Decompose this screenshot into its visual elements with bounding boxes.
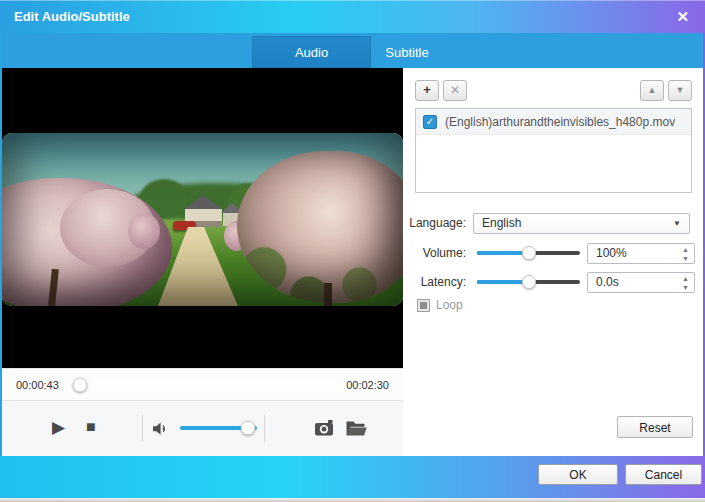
volume-label: Volume: — [403, 243, 466, 263]
current-time: 00:00:43 — [16, 379, 68, 391]
seek-slider-thumb[interactable] — [72, 377, 87, 392]
latency-value: 0.0s — [596, 275, 619, 289]
stop-icon[interactable]: ■ — [86, 416, 96, 438]
move-up-button[interactable]: ▲ — [640, 80, 664, 101]
edit-audio-subtitle-dialog: Edit Audio/Subtitle ✕ Audio Subtitle — [0, 0, 705, 502]
track-checkbox-checked[interactable]: ✓ — [423, 115, 437, 129]
loop-label: Loop — [436, 297, 463, 313]
snapshot-icon[interactable] — [314, 419, 335, 437]
loop-checkbox-mark — [420, 302, 427, 309]
video-display — [2, 68, 403, 368]
playback-controls: ▶ ■ — [2, 400, 403, 456]
close-icon[interactable]: ✕ — [674, 8, 691, 26]
video-player-pane: 00:00:43 00:02:30 ▶ ■ — [2, 68, 403, 456]
spin-down-icon[interactable]: ▼ — [682, 254, 689, 263]
latency-spinbox[interactable]: 0.0s ▲ ▼ — [587, 272, 695, 293]
video-frame-orchard-scene — [2, 133, 403, 306]
chevron-down-icon: ▼ — [673, 214, 681, 234]
reset-button[interactable]: Reset — [617, 416, 693, 438]
language-dropdown[interactable]: English ▼ — [473, 213, 690, 234]
track-filename: (English)arthurandtheinvisibles_h480p.mo… — [445, 115, 675, 129]
loop-checkbox-disabled[interactable] — [417, 299, 430, 312]
window-bottom-edge — [0, 498, 705, 502]
footer-bar: OK Cancel — [0, 456, 705, 498]
volume-spinbox[interactable]: 100% ▲ ▼ — [587, 243, 695, 264]
spin-up-icon[interactable]: ▲ — [682, 274, 689, 283]
total-time: 00:02:30 — [92, 379, 389, 391]
player-volume-slider[interactable] — [180, 426, 257, 430]
latency-label: Latency: — [403, 272, 466, 292]
latency-slider-thumb[interactable] — [522, 275, 536, 289]
latency-slider[interactable] — [477, 280, 580, 284]
player-volume-thumb[interactable] — [240, 421, 255, 436]
divider — [142, 415, 143, 442]
spinner-arrows[interactable]: ▲ ▼ — [682, 274, 689, 292]
remove-track-button[interactable]: ✕ — [443, 80, 467, 101]
window-title: Edit Audio/Subtitle — [14, 9, 674, 24]
volume-slider-thumb[interactable] — [522, 246, 536, 260]
tab-bar: Audio Subtitle — [2, 33, 703, 68]
spin-down-icon[interactable]: ▼ — [682, 283, 689, 292]
cancel-button[interactable]: Cancel — [625, 464, 702, 485]
volume-slider[interactable] — [477, 251, 580, 255]
track-list-item[interactable]: ✓ (English)arthurandtheinvisibles_h480p.… — [416, 109, 691, 135]
spinner-arrows[interactable]: ▲ ▼ — [682, 245, 689, 263]
track-list[interactable]: ✓ (English)arthurandtheinvisibles_h480p.… — [415, 108, 692, 193]
add-track-button[interactable]: + — [415, 80, 439, 101]
seek-bar-row: 00:00:43 00:02:30 — [2, 368, 403, 400]
open-folder-icon[interactable] — [345, 419, 368, 437]
move-down-button[interactable]: ▼ — [668, 80, 692, 101]
speaker-icon[interactable] — [152, 420, 171, 437]
spin-up-icon[interactable]: ▲ — [682, 245, 689, 254]
tab-audio[interactable]: Audio — [252, 36, 371, 68]
dialog-body: Audio Subtitle — [0, 33, 705, 456]
language-label: Language: — [403, 213, 466, 233]
volume-value: 100% — [596, 246, 627, 260]
ok-button[interactable]: OK — [538, 464, 618, 485]
scene-vignette — [2, 133, 403, 306]
audio-settings-pane: + ✕ ▲ ▼ ✓ (English)arthurandtheinvisible… — [403, 68, 703, 456]
play-icon[interactable]: ▶ — [52, 417, 65, 439]
title-bar: Edit Audio/Subtitle ✕ — [0, 0, 705, 33]
language-value: English — [482, 216, 521, 230]
main-content: 00:00:43 00:02:30 ▶ ■ — [2, 68, 703, 456]
tab-subtitle[interactable]: Subtitle — [362, 36, 452, 68]
divider — [264, 415, 265, 442]
